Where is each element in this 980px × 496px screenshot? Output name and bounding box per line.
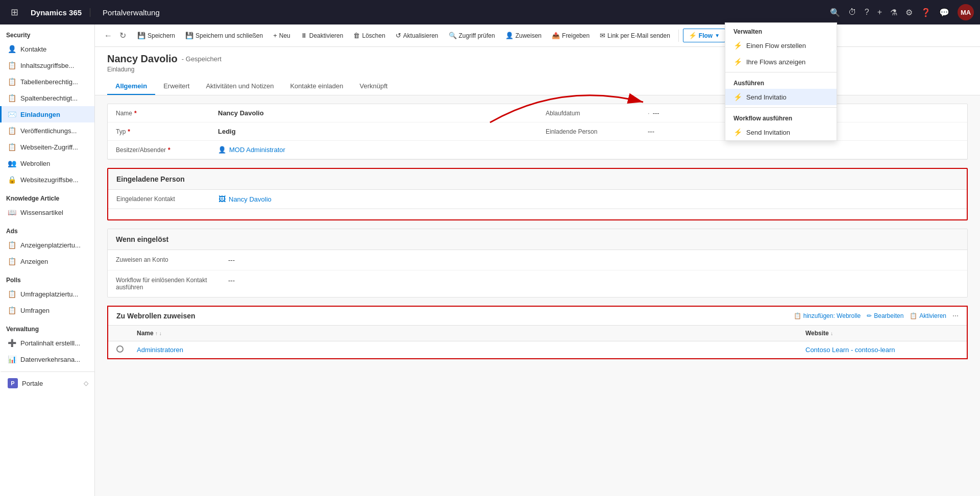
sidebar-ads-title: Ads [0, 220, 94, 237]
sidebar-item-contacts[interactable]: 👤 Kontakte [0, 41, 94, 57]
search-icon[interactable]: 🔍 [830, 8, 840, 17]
new-icon: + [273, 32, 277, 39]
typ-value[interactable]: Ledig [210, 122, 537, 141]
sidebar-item-polls[interactable]: 📋 Umfragen [0, 302, 94, 318]
wenn-eingelost-section: Wenn eingelöst Zuweisen an Konto --- Wor… [107, 229, 968, 297]
tab-activities[interactable]: Aktivitäten und Notizen [198, 78, 282, 95]
ablaufdatum-label: Ablaufdatum [537, 104, 640, 122]
view-flows-label: Ihre Flows anzeigen [746, 58, 805, 66]
contact-icon: 👤 [8, 45, 16, 53]
forward-button[interactable]: ↻ [116, 29, 129, 42]
question-icon[interactable]: ❓ [921, 8, 931, 17]
send-invitation-2-item[interactable]: ⚡ Send Invitation [725, 124, 837, 140]
sidebar-label-invitations: Einladungen [20, 111, 60, 118]
wenn-workflow-row: Workflow für einlösenden Kontakt ausführ… [108, 270, 967, 297]
save-close-button[interactable]: 💾 Speichern und schließen [181, 29, 267, 42]
sidebar-item-ads[interactable]: 📋 Anzeigen [0, 253, 94, 269]
knowledge-icon: 📖 [8, 208, 16, 216]
filter-icon[interactable]: ⚗ [890, 8, 897, 17]
content-area: ← ↻ 💾 Speichern 💾 Speichern und schließe… [95, 24, 980, 496]
share-button[interactable]: 📤 Freigeben [548, 29, 594, 42]
deactivate-button[interactable]: ⏸ Deaktivieren [297, 29, 348, 42]
send-invitation-2-label: Send Invitation [746, 129, 790, 136]
add-icon[interactable]: + [877, 8, 882, 17]
sidebar-item-publications[interactable]: 📋 Veröffentlichungs... [0, 122, 94, 139]
sidebar-item-web-access[interactable]: 📋 Webseiten-Zugriff... [0, 139, 94, 155]
eingeladener-kontakt-value[interactable]: 🖼 Nancy Davolio [210, 190, 967, 209]
save-button[interactable]: 💾 Speichern [133, 29, 179, 42]
row-name-link[interactable]: Administratoren [137, 346, 183, 354]
sidebar-item-table-permissions[interactable]: 📋 Tabellenberechtig... [0, 73, 94, 90]
besitzer-required: * [168, 146, 170, 154]
poll-placements-icon: 📋 [8, 290, 16, 298]
ads-icon: 📋 [8, 257, 16, 265]
new-button[interactable]: + Neu [269, 29, 295, 42]
sidebar-item-column-permissions[interactable]: 📋 Spaltenberechtigt... [0, 90, 94, 106]
typ-label: Typ * [108, 122, 210, 141]
sidebar-label-data-traffic: Datenverkehrsana... [20, 356, 80, 363]
tab-allgemein[interactable]: Allgemein [107, 78, 155, 95]
besitzer-value[interactable]: 👤 MOD Administrator [210, 141, 537, 159]
chat-icon[interactable]: 💬 [939, 8, 949, 17]
sidebar-item-content-access[interactable]: 📋 Inhaltszugriffsbe... [0, 57, 94, 73]
tab-erweitert[interactable]: Erweitert [155, 78, 198, 95]
save-icon: 💾 [137, 32, 145, 39]
help-icon[interactable]: ? [865, 8, 869, 17]
deactivate-icon: ⏸ [301, 32, 307, 39]
create-flow-item[interactable]: ⚡ Einen Flow erstellen [725, 37, 837, 54]
sidebar-item-invitations[interactable]: ✉️ Einladungen [0, 106, 94, 122]
app-grid-button[interactable]: ⊞ [6, 4, 22, 20]
sidebar-item-knowledge[interactable]: 📖 Wissensartikel [0, 204, 94, 220]
send-invitation-label: Send Invitatio [746, 93, 787, 101]
tabs-container: Allgemein Erweitert Aktivitäten und Noti… [107, 78, 968, 95]
flow-button[interactable]: ⚡ Flow ▼ [683, 29, 725, 42]
sidebar-item-ad-placements[interactable]: 📋 Anzeigenplatziertu... [0, 237, 94, 253]
tab-linked[interactable]: Verknüpft [351, 78, 396, 95]
row-website-link[interactable]: Contoso Learn - contoso-learn [805, 346, 895, 354]
update-button[interactable]: ↺ Aktualisieren [391, 29, 443, 42]
email-link-button[interactable]: ✉ Link per E-Mail senden [596, 29, 674, 42]
delete-button[interactable]: 🗑 Löschen [349, 29, 389, 42]
page-title: Nancy Davolio [107, 53, 178, 65]
settings-icon[interactable]: ⚙ [905, 8, 913, 17]
assign-button[interactable]: 👤 Zuweisen [501, 29, 546, 42]
sidebar-item-data-traffic[interactable]: 📊 Datenverkehrsana... [0, 351, 94, 367]
sidebar-item-site-access[interactable]: 🔒 Websitezugriffsbe... [0, 171, 94, 188]
sidebar-label-knowledge: Wissensartikel [20, 209, 63, 216]
sidebar-label-table-permissions: Tabellenberechtig... [20, 78, 78, 86]
sidebar-label-ad-placements: Anzeigenplatziertu... [20, 241, 81, 249]
send-invitation-item[interactable]: ⚡ Send Invitatio [725, 89, 837, 105]
user-avatar[interactable]: MA [958, 4, 974, 20]
sidebar-item-webroles[interactable]: 👥 Webrollen [0, 155, 94, 171]
row-name: Administratoren [137, 346, 805, 354]
kontakt-icon: 🖼 [218, 195, 226, 203]
sidebar-label-poll-placements: Umfrageplatziertu... [20, 290, 78, 298]
sidebar: Security 👤 Kontakte 📋 Inhaltszugriffsbe.… [0, 24, 95, 496]
more-webrolle-button[interactable]: ⋯ [952, 312, 959, 319]
recent-icon[interactable]: ⏱ [848, 8, 856, 17]
name-value[interactable]: Nancy Davolio [210, 104, 537, 122]
besitzer-label: Besitzer/Absender * [108, 141, 210, 159]
table-row[interactable]: Administratoren Contoso Learn - contoso-… [108, 341, 967, 358]
sidebar-security-title: Security [0, 24, 94, 41]
toolbar-separator [678, 30, 679, 42]
back-button[interactable]: ← [101, 29, 115, 42]
table-permissions-icon: 📋 [8, 78, 16, 86]
add-webrolle-button[interactable]: 📋 hinzufügen: Webrolle [794, 312, 861, 319]
sidebar-item-portale[interactable]: P Portale ◇ [0, 371, 94, 392]
sidebar-label-column-permissions: Spaltenberechtigt... [20, 94, 78, 102]
flow-chevron-icon: ▼ [715, 33, 720, 38]
activate-webrolle-button[interactable]: 📋 Aktivieren [910, 312, 946, 319]
tab-contacts-invite[interactable]: Kontakte einladen [282, 78, 351, 95]
sidebar-item-poll-placements[interactable]: 📋 Umfrageplatziertu... [0, 286, 94, 302]
row-radio[interactable] [116, 345, 137, 354]
edit-webrolle-button[interactable]: ✏ Bearbeiten [867, 312, 903, 319]
sidebar-item-portal-content[interactable]: ➕ Portalinhalt erstelll... [0, 335, 94, 351]
view-flows-item[interactable]: ⚡ Ihre Flows anzeigen [725, 54, 837, 70]
view-flows-icon: ⚡ [733, 58, 742, 66]
brand-name: Dynamics 365 [31, 8, 82, 17]
sidebar-label-webroles: Webrollen [20, 160, 50, 167]
sidebar-verwaltung-title: Verwaltung [0, 318, 94, 335]
access-check-button[interactable]: 🔍 Zugriff prüfen [445, 29, 499, 42]
sidebar-polls-title: Polls [0, 269, 94, 286]
